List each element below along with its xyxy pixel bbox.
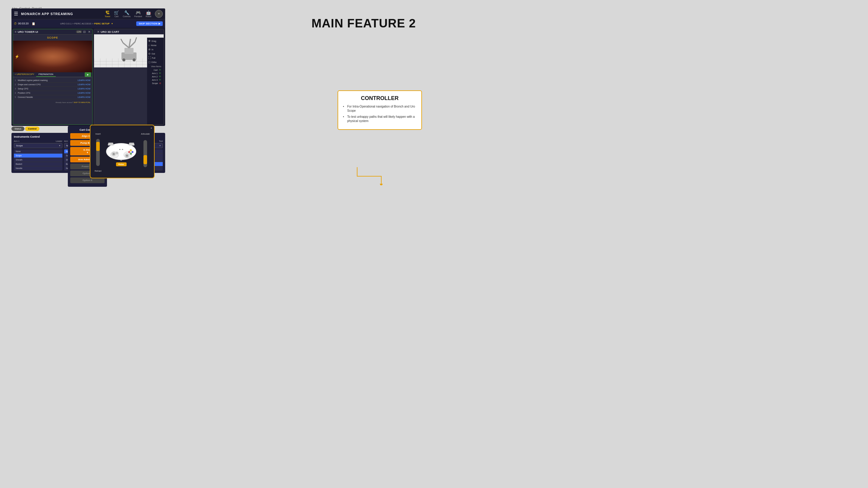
svg-rect-30 [108, 143, 113, 144]
menu-lines-icon: ≡ [15, 30, 17, 33]
uro-3d-panel: ✕ URO 3D CART [94, 29, 164, 125]
app-header: ☰ MONARCH APP STREAMING 🏗 Tower 🛒 Cart 🔧… [11, 8, 165, 19]
arm1-opt-basket[interactable]: Basket [14, 162, 62, 166]
svg-rect-26 [119, 149, 121, 150]
relax-button[interactable]: Relax [116, 162, 127, 166]
view-ctrl-in[interactable]: ⊕ In [148, 47, 162, 52]
scope-label: SCOPE [47, 36, 58, 39]
status-tab[interactable]: Status [11, 127, 24, 131]
user-avatar[interactable]: ✦ [155, 10, 163, 18]
eye-arm1-icon[interactable]: 👁 [159, 72, 161, 75]
hamburger-icon[interactable]: ☰ [14, 11, 18, 17]
scope-image: ⚡ [13, 41, 92, 72]
arm1-opt-none[interactable]: None [14, 150, 62, 154]
arm1-opt-sheath[interactable]: Sheath [14, 158, 62, 162]
control-tab[interactable]: Control [25, 127, 39, 131]
nav-tower[interactable]: 🏗 Tower [104, 10, 110, 18]
app-title: MONARCH APP STREAMING [21, 12, 104, 16]
arm1-opt-scope[interactable]: Scope [14, 154, 62, 158]
eye-arm2-icon[interactable]: 👁 [159, 75, 161, 78]
controller-desc-list: For Intra-Operational navigation of Bron… [343, 104, 416, 123]
cart-icon: 🛒 [114, 10, 119, 15]
skip-section-button[interactable]: SKIP SECTION ▶ [136, 22, 163, 26]
left-slider-thumb [96, 142, 100, 151]
cart-label: Cart [115, 15, 119, 18]
nav-pendant[interactable]: 🎮 Pendant [134, 10, 142, 18]
right-slider-track[interactable] [144, 140, 147, 167]
arrow-connector [330, 167, 384, 185]
uro-tower-close[interactable]: ✕ [88, 30, 90, 33]
tower-icon: 🏗 [105, 10, 110, 15]
svg-text:X: X [128, 152, 129, 153]
view-ctrl-home[interactable]: ⌂ Home [148, 43, 162, 47]
learn-how-5[interactable]: LEARN HOW [78, 96, 90, 98]
view-item-arm2: Arm 2 👁 [150, 75, 161, 78]
svg-point-7 [122, 59, 125, 61]
scope-label-container: SCOPE [13, 35, 92, 41]
pendant-icon: 🎮 [135, 10, 141, 15]
nav-icons: 🏗 Tower 🛒 Cart 🔧 Controls 🎮 Pendant 🤖 Ro… [104, 10, 163, 18]
uro-tower-panel: ≡ URO TOWER UI 174 ⊟ ✕ SCOPE ⚡ < URETERO… [13, 29, 93, 125]
svg-point-15 [126, 155, 128, 157]
svg-text:A: A [130, 153, 131, 155]
step-2: 2 Drape and connect CFG LEARN HOW [15, 83, 90, 87]
clipboard-icon: 📋 [32, 22, 35, 25]
skip-mini-pcnl[interactable]: SKIP TO MINI-PCNL [73, 101, 90, 103]
breadcrumb: URO 3.0.1 > PERC ACCESS > PERC SETUP ▾ [38, 22, 134, 25]
svg-rect-1 [124, 48, 133, 54]
view-ctrl-drag[interactable]: ✥ Drag [148, 39, 162, 43]
svg-text:B: B [132, 152, 133, 153]
learn-how-1[interactable]: LEARN HOW [78, 79, 90, 82]
step-4: 4 Position CFG LEARN HOW [15, 91, 90, 95]
robot-label: Robot [146, 15, 151, 18]
arm1-dropdown-list: None Scope Sheath Basket Needle [14, 150, 62, 170]
learn-how-3[interactable]: LEARN HOW [78, 88, 90, 90]
minimize-icon[interactable]: ⊟ [83, 30, 86, 33]
tab-preparation[interactable]: PREPARATION [36, 72, 56, 77]
step-5: 5 Connect Needle LEARN HOW [15, 95, 90, 99]
tower-badge: 174 [76, 30, 82, 33]
ortho-icon: ◻ [148, 61, 150, 64]
nav-controls[interactable]: 🔧 Controls [123, 10, 130, 18]
arm1-opt-needle[interactable]: Needle [14, 166, 62, 170]
controls-label: Controls [123, 15, 130, 18]
eye-arm3-icon[interactable]: 👁 [159, 78, 161, 82]
view-ctrl-out[interactable]: ⊖ Out [148, 52, 162, 56]
breadcrumb-chevron[interactable]: ▾ [112, 22, 113, 25]
svg-line-4 [123, 43, 129, 48]
view-ctrl-full[interactable]: ⛶ Full [148, 56, 162, 60]
learn-how-4[interactable]: LEARN HOW [78, 92, 90, 94]
view-ctrl-ortho[interactable]: ◻ Ortho [148, 60, 162, 64]
arm1-dropdown[interactable]: Scope ▾ [14, 143, 62, 148]
articulate-label: Articulate [141, 133, 150, 135]
already-text: Already have access? SKIP TO MINI-PCNL [13, 101, 92, 104]
robot-icon: 🤖 [146, 10, 151, 15]
uro-tower-title: URO TOWER UI [18, 30, 76, 33]
eye-cart-icon[interactable]: 👁 [159, 69, 161, 71]
right-slider-thumb [144, 155, 147, 164]
ureteroscopy-back-btn[interactable]: < URETEROSCOPY [13, 72, 36, 77]
svg-point-8 [133, 59, 135, 61]
uro-3d-title: URO 3D CART [101, 30, 162, 33]
view-item-cart: Cart 👁 [150, 68, 161, 72]
eye-scope-icon[interactable]: ⊘ [159, 82, 161, 85]
controller-desc-point-1: For Intra-Operational navigation of Bron… [343, 104, 416, 113]
nav-cart[interactable]: 🛒 Cart [114, 10, 119, 18]
zoom-in-icon: ⊕ [148, 48, 151, 51]
view-items-title: View Items [150, 65, 161, 67]
view-item-arm1: Arm 1 👁 [150, 72, 161, 75]
controller-overlay: × Insert Retract [90, 125, 155, 178]
svg-marker-33 [380, 184, 383, 185]
robot-3d-model [119, 34, 140, 61]
nav-robot[interactable]: 🤖 Robot [146, 10, 151, 18]
breadcrumb-bar: ⏱ 00:03:20 📋 URO 3.0.1 > PERC ACCESS > P… [11, 19, 165, 28]
svg-rect-17 [116, 153, 119, 153]
svg-rect-27 [122, 149, 123, 150]
controller-close[interactable]: × [150, 127, 152, 130]
app-content: ≡ URO TOWER UI 174 ⊟ ✕ SCOPE ⚡ < URETERO… [11, 28, 165, 126]
uro-3d-close[interactable]: ✕ [97, 30, 99, 33]
next-button[interactable]: ▶ [85, 72, 91, 77]
left-slider-track[interactable] [96, 139, 100, 166]
flash-icon: ⚡ [15, 55, 19, 59]
learn-how-2[interactable]: LEARN HOW [78, 84, 90, 86]
